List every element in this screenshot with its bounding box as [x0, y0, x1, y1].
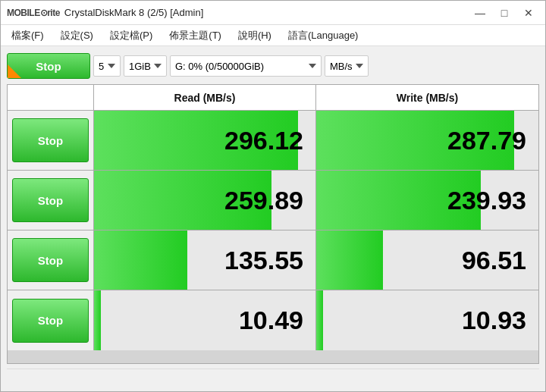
status-bar	[7, 368, 539, 385]
read-value-3: 10.49	[239, 306, 303, 335]
menu-profile[interactable]: 設定檔(P)	[102, 26, 160, 45]
menu-language[interactable]: 語言(Language)	[281, 26, 366, 45]
stop-cell-0: Stop	[8, 111, 94, 170]
unit-select[interactable]: MB/s	[325, 55, 369, 77]
count-select-wrapper: 5	[93, 55, 121, 77]
stop-cell-1: Stop	[8, 171, 94, 230]
unit-select-wrapper: MB/s	[325, 55, 369, 77]
titlebar: MOBILE⊙rite CrystalDiskMark 8 (2/5) [Adm…	[1, 1, 545, 25]
table-row: Stop 296.12 287.79	[8, 111, 538, 171]
maximize-button[interactable]: □	[494, 5, 515, 20]
table-header: Read (MB/s) Write (MB/s)	[8, 85, 538, 111]
stop-button-2[interactable]: Stop	[12, 238, 89, 282]
read-value-1: 259.89	[224, 186, 303, 215]
read-bar-3	[94, 290, 101, 350]
count-select[interactable]: 5	[93, 55, 121, 77]
top-stop-button[interactable]: Stop	[7, 53, 90, 79]
stop-label-3: Stop	[38, 314, 63, 327]
menu-theme[interactable]: 佈景主題(T)	[162, 26, 229, 45]
stop-cell-3: Stop	[8, 290, 94, 350]
minimize-button[interactable]: —	[469, 5, 491, 20]
stop-button-3[interactable]: Stop	[12, 299, 89, 343]
window-title: CrystalDiskMark 8 (2/5) [Admin]	[64, 7, 203, 18]
write-value-0: 287.79	[447, 126, 526, 155]
table-row: Stop 259.89 239.93	[8, 171, 538, 230]
drive-select[interactable]: G: 0% (0/50000GiB)	[170, 55, 322, 77]
read-bar-2	[94, 230, 187, 290]
size-select[interactable]: 1GiB	[124, 55, 167, 77]
write-cell-3: 10.93	[316, 290, 538, 350]
close-button[interactable]: ✕	[518, 5, 539, 20]
table-row: Stop 10.49 10.93	[8, 290, 538, 350]
col-header-write: Write (MB/s)	[316, 85, 538, 110]
write-cell-2: 96.51	[316, 230, 538, 290]
write-value-3: 10.93	[462, 306, 526, 335]
toolbar: Stop 5 1GiB G: 0% (0/50000GiB) MB/s	[7, 52, 539, 80]
menu-help[interactable]: 說明(H)	[231, 26, 279, 45]
read-cell-2: 135.55	[94, 230, 316, 290]
app-window: MOBILE⊙rite CrystalDiskMark 8 (2/5) [Adm…	[0, 0, 546, 392]
top-stop-label: Stop	[36, 60, 61, 73]
benchmark-table: Read (MB/s) Write (MB/s) Stop 296.12 287…	[7, 84, 539, 364]
main-content: Stop 5 1GiB G: 0% (0/50000GiB) MB/s	[1, 46, 545, 391]
col-header-stop	[8, 85, 94, 110]
stop-label-1: Stop	[38, 194, 63, 207]
menubar: 檔案(F) 設定(S) 設定檔(P) 佈景主題(T) 說明(H) 語言(Lang…	[1, 25, 545, 46]
stop-button-0[interactable]: Stop	[12, 118, 89, 162]
read-cell-3: 10.49	[94, 290, 316, 350]
stop-button-1[interactable]: Stop	[12, 178, 89, 222]
write-cell-0: 287.79	[316, 111, 538, 170]
stop-cell-2: Stop	[8, 230, 94, 290]
table-row: Stop 135.55 96.51	[8, 230, 538, 290]
write-value-2: 96.51	[462, 246, 526, 275]
size-select-wrapper: 1GiB	[124, 55, 167, 77]
read-cell-0: 296.12	[94, 111, 316, 170]
read-value-2: 135.55	[224, 246, 303, 275]
read-value-0: 296.12	[224, 126, 303, 155]
write-bar-2	[316, 230, 383, 290]
titlebar-left: MOBILE⊙rite CrystalDiskMark 8 (2/5) [Adm…	[7, 7, 203, 18]
col-header-read: Read (MB/s)	[94, 85, 316, 110]
menu-file[interactable]: 檔案(F)	[4, 26, 52, 45]
write-bar-3	[316, 290, 323, 350]
write-value-1: 239.93	[447, 186, 526, 215]
app-logo: MOBILE⊙rite	[7, 8, 60, 18]
stop-label-2: Stop	[38, 254, 63, 267]
drive-select-wrapper: G: 0% (0/50000GiB)	[170, 55, 322, 77]
stop-label-0: Stop	[38, 134, 63, 147]
read-cell-1: 259.89	[94, 171, 316, 230]
write-cell-1: 239.93	[316, 171, 538, 230]
titlebar-controls: — □ ✕	[469, 5, 539, 20]
menu-settings[interactable]: 設定(S)	[53, 26, 101, 45]
